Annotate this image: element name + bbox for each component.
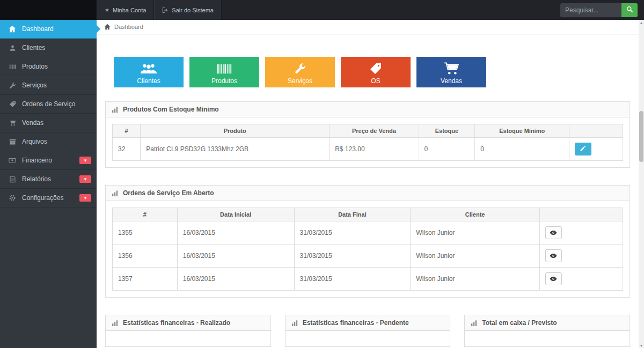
panel-total-caixa: Total em caixa / Previsto	[464, 315, 630, 347]
main-content: Dashboard Clientes Produtos	[97, 20, 639, 348]
panel-title: Produtos Com Estoque Mínimo	[123, 106, 219, 113]
sidebar-item-arquivos[interactable]: Arquivos	[0, 132, 97, 151]
star-icon: ★	[105, 8, 109, 13]
cell-id: 32	[113, 138, 141, 161]
cell-id: 1357	[113, 268, 178, 291]
vertical-scrollbar[interactable]: ▲ ▼	[639, 20, 644, 348]
breadcrumb-home: Dashboard	[114, 24, 143, 30]
bottom-panels-row: Estatísticas financeiras - Realizado Est…	[105, 315, 630, 347]
wrench-icon	[294, 60, 306, 77]
user-icon	[8, 45, 17, 51]
view-button[interactable]	[545, 249, 562, 262]
menu-minha-conta[interactable]: ★ Minha Conta	[97, 0, 154, 20]
tile-servicos[interactable]: Serviços	[265, 57, 335, 87]
column-header-id: #	[113, 208, 178, 221]
sidebar-item-produtos[interactable]: Produtos	[0, 57, 97, 76]
sidebar-item-label: Clientes	[22, 44, 45, 51]
search-bar	[560, 0, 638, 20]
panel-os-em-aberto: Ordens de Serviço Em Aberto # Data Inici…	[105, 185, 630, 298]
topbar: ★ Minha Conta Sair do Sistema	[0, 0, 644, 20]
tile-label: OS	[371, 77, 380, 85]
sidebar-item-label: Relatórios	[22, 175, 51, 183]
column-header-actions	[569, 124, 623, 138]
gear-icon	[8, 194, 17, 202]
sidebar-item-ordens-de-servico[interactable]: Ordens de Serviço	[0, 95, 97, 114]
cell-data-inicial: 16/03/2015	[177, 268, 294, 291]
menu-minha-conta-label: Minha Conta	[113, 7, 146, 13]
cell-cliente: Wilson Junior	[411, 221, 540, 245]
bar-chart-icon	[112, 320, 119, 327]
cell-data-final: 31/03/2015	[294, 221, 411, 245]
sidebar-item-label: Arquivos	[22, 138, 47, 145]
sidebar-item-relatorios[interactable]: Relatórios ▾	[0, 170, 97, 189]
sidebar-item-vendas[interactable]: Vendas	[0, 114, 97, 132]
sidebar-item-configuracoes[interactable]: Configurações ▾	[0, 189, 97, 208]
menu-sair-label: Sair do Sistema	[172, 7, 214, 13]
sidebar-item-financeiro[interactable]: Financeiro ▾	[0, 151, 97, 170]
cell-actions	[539, 268, 623, 291]
chevron-down-icon[interactable]: ▾	[79, 157, 91, 164]
edit-button[interactable]	[575, 143, 591, 156]
panel-financeiro-realizado: Estatísticas financeiras - Realizado	[105, 315, 271, 347]
scrollbar-thumb[interactable]	[639, 111, 643, 162]
tile-vendas[interactable]: Vendas	[416, 57, 486, 87]
bar-chart-icon	[112, 106, 119, 113]
sidebar-item-servicos[interactable]: Serviços	[0, 76, 97, 95]
eye-icon	[550, 229, 557, 237]
sidebar-item-label: Ordens de Serviço	[22, 100, 75, 108]
eye-icon	[550, 252, 557, 260]
tag-icon	[369, 60, 382, 77]
scroll-up-arrow[interactable]: ▲	[639, 20, 644, 25]
sidebar-item-label: Financeiro	[22, 157, 52, 164]
cart-icon	[444, 60, 459, 77]
dashboard-content: Clientes Produtos Serviços	[97, 34, 639, 347]
tile-label: Clientes	[137, 77, 160, 85]
pencil-icon	[580, 145, 587, 153]
topbar-menu: ★ Minha Conta Sair do Sistema	[97, 0, 222, 20]
tile-label: Vendas	[441, 77, 462, 85]
bar-chart-icon	[471, 320, 478, 327]
bar-chart-icon	[291, 320, 298, 327]
panel-title: Estatísticas financeiras - Pendente	[303, 319, 409, 327]
tile-label: Produtos	[211, 77, 237, 85]
panel-body	[286, 331, 450, 344]
cell-preco: R$ 123.00	[330, 138, 419, 161]
sidebar-item-dashboard[interactable]: Dashboard	[0, 20, 97, 39]
column-header-preco: Preço de Venda	[330, 124, 419, 138]
panel-header: Ordens de Serviço Em Aberto	[106, 186, 630, 201]
search-input[interactable]	[560, 3, 621, 17]
tile-produtos[interactable]: Produtos	[189, 57, 259, 87]
panel-title: Estatísticas financeiras - Realizado	[123, 319, 230, 327]
home-icon	[8, 25, 17, 33]
chevron-down-icon[interactable]: ▾	[79, 194, 91, 202]
column-header-estoque-minimo: Estoque Mínimo	[475, 124, 569, 138]
view-button[interactable]	[545, 272, 562, 285]
cell-data-final: 31/03/2015	[294, 245, 411, 268]
eye-icon	[550, 275, 557, 283]
column-header-actions	[539, 208, 623, 221]
search-icon	[626, 6, 633, 14]
cell-estoque: 0	[419, 138, 475, 161]
barcode-icon	[8, 63, 17, 70]
cell-id: 1355	[113, 221, 178, 245]
sidebar-item-label: Serviços	[22, 82, 47, 89]
panel-header: Total em caixa / Previsto	[465, 315, 630, 331]
sidebar-item-clientes[interactable]: Clientes	[0, 39, 97, 57]
panel-header: Estatísticas financeiras - Realizado	[106, 315, 270, 331]
sidebar-item-label: Vendas	[22, 119, 43, 127]
search-button[interactable]	[621, 3, 638, 17]
column-header-data-inicial: Data Inicial	[177, 208, 294, 221]
menu-sair-do-sistema[interactable]: Sair do Sistema	[154, 0, 222, 20]
os-table: # Data Inicial Data Final Cliente 1355 1…	[112, 208, 623, 291]
tile-clientes[interactable]: Clientes	[114, 57, 184, 87]
chevron-down-icon[interactable]: ▾	[79, 175, 91, 183]
logo-area	[0, 0, 97, 20]
panel-header: Estatísticas financeiras - Pendente	[286, 315, 450, 331]
view-button[interactable]	[545, 226, 562, 239]
scroll-down-arrow[interactable]: ▼	[639, 343, 644, 348]
table-row: 1355 16/03/2015 31/03/2015 Wilson Junior	[113, 221, 623, 245]
tile-os[interactable]: OS	[341, 57, 411, 87]
cell-cliente: Wilson Junior	[411, 268, 540, 291]
cell-id: 1356	[113, 245, 178, 268]
cell-data-final: 31/03/2015	[294, 268, 411, 291]
